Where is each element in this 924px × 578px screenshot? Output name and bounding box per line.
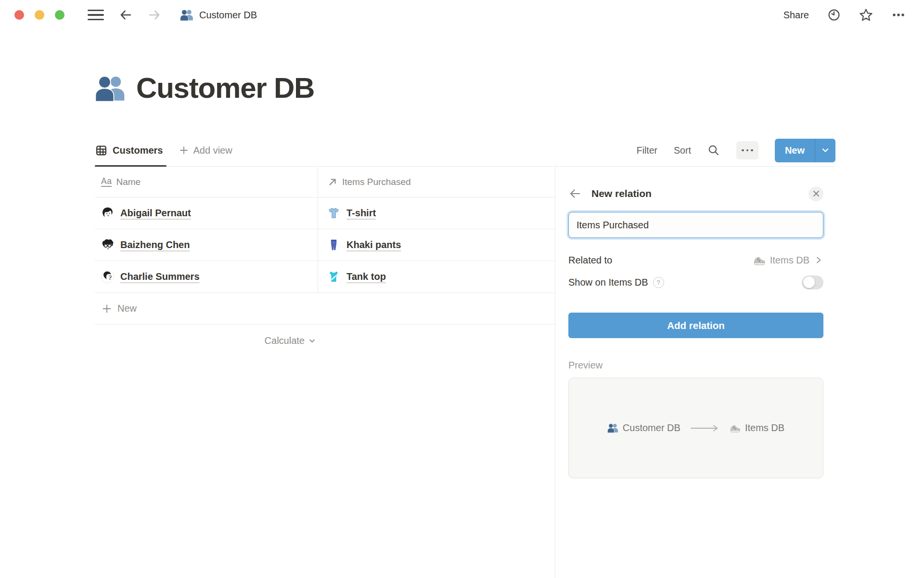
new-relation-panel: New relation Related to Items DB Show on… xyxy=(555,167,924,578)
view-toolbar: Customers Add view Filter Sort New xyxy=(95,134,835,167)
chevron-down-icon xyxy=(308,337,316,345)
tab-customers[interactable]: Customers xyxy=(95,134,167,166)
column-header-name[interactable]: Aa Name xyxy=(95,167,318,197)
table-row: Baizheng Chen Khaki pants xyxy=(95,229,555,261)
relation-name-input[interactable] xyxy=(568,212,823,238)
forward-icon[interactable] xyxy=(147,8,162,22)
new-button-label[interactable]: New xyxy=(775,139,815,162)
customer-name-link[interactable]: Baizheng Chen xyxy=(120,239,190,250)
column-label: Name xyxy=(116,177,141,187)
related-to-row: Related to Items DB xyxy=(568,249,823,271)
tank-top-icon xyxy=(327,270,340,283)
breadcrumb[interactable]: Customer DB xyxy=(180,8,257,22)
item-link[interactable]: Khaki pants xyxy=(346,239,401,250)
table-header-row: Aa Name Items Purchased xyxy=(95,167,555,197)
busts-icon xyxy=(95,73,126,104)
busts-icon xyxy=(180,8,193,22)
table-row: Charlie Summers Tank top xyxy=(95,261,555,293)
search-icon[interactable] xyxy=(707,144,720,157)
customer-name-link[interactable]: Charlie Summers xyxy=(120,271,200,282)
help-icon[interactable]: ? xyxy=(653,277,664,288)
view-options-ellipsis-icon[interactable] xyxy=(736,141,758,159)
star-icon[interactable] xyxy=(859,8,873,22)
close-button[interactable] xyxy=(808,186,823,201)
back-icon[interactable] xyxy=(568,187,582,200)
relation-preview: Customer DB Items DB xyxy=(568,378,823,478)
item-link[interactable]: Tank top xyxy=(346,271,386,282)
new-row-button[interactable]: New xyxy=(95,293,555,325)
page-title[interactable]: Customer DB xyxy=(136,71,314,105)
calculate-button[interactable]: Calculate xyxy=(95,325,318,356)
customer-name-link[interactable]: Abigail Pernaut xyxy=(120,208,191,219)
jeans-icon xyxy=(327,238,340,251)
table-view-icon xyxy=(95,144,107,157)
cell-name[interactable]: Baizheng Chen xyxy=(95,229,318,261)
cell-items-purchased[interactable]: T-shirt xyxy=(318,197,555,229)
avatar-person-profile xyxy=(101,270,114,283)
new-row-label: New xyxy=(117,303,137,314)
relation-arrow-icon xyxy=(327,177,338,187)
t-shirt-icon xyxy=(327,207,340,220)
busts-icon xyxy=(607,422,618,434)
tab-label: Customers xyxy=(113,145,163,156)
close-icon xyxy=(812,190,820,197)
cell-name[interactable]: Charlie Summers xyxy=(95,261,318,292)
new-dropdown-button[interactable] xyxy=(815,139,835,162)
chevron-down-icon xyxy=(821,145,830,155)
column-header-items-purchased[interactable]: Items Purchased xyxy=(318,167,555,197)
window-titlebar: Customer DB Share xyxy=(0,0,924,30)
sneaker-icon xyxy=(730,422,741,434)
avatar-woman-bob xyxy=(101,207,114,220)
traffic-light-zoom[interactable] xyxy=(55,10,64,20)
sidebar-toggle-icon[interactable] xyxy=(88,7,104,24)
related-to-label: Related to xyxy=(568,255,612,266)
traffic-light-minimize[interactable] xyxy=(35,10,44,20)
customers-table: Aa Name Items Purchased Abigail Pernaut xyxy=(95,167,555,356)
plus-icon xyxy=(179,145,189,155)
long-arrow-icon xyxy=(690,424,720,433)
cell-name[interactable]: Abigail Pernaut xyxy=(95,197,318,229)
clock-icon[interactable] xyxy=(827,8,841,22)
back-icon[interactable] xyxy=(118,8,133,22)
breadcrumb-title: Customer DB xyxy=(199,10,257,21)
table-row: Abigail Pernaut T-shirt xyxy=(95,197,555,229)
title-Aa-icon: Aa xyxy=(101,177,112,186)
add-relation-button[interactable]: Add relation xyxy=(568,313,823,338)
plus-icon xyxy=(102,303,112,314)
cell-items-purchased[interactable]: Tank top xyxy=(318,261,555,292)
preview-target: Items DB xyxy=(745,422,784,434)
add-view-label: Add view xyxy=(193,145,232,156)
show-on-label: Show on Items DB xyxy=(568,277,648,288)
calculate-label: Calculate xyxy=(265,335,305,346)
share-button[interactable]: Share xyxy=(783,10,809,21)
sneaker-icon xyxy=(753,254,766,266)
traffic-light-close[interactable] xyxy=(14,10,24,20)
preview-label: Preview xyxy=(568,360,823,371)
avatar-man-glasses xyxy=(101,238,114,251)
show-on-toggle[interactable] xyxy=(802,276,823,289)
filter-button[interactable]: Filter xyxy=(637,145,657,156)
related-to-select[interactable]: Items DB xyxy=(753,254,823,266)
preview-source: Customer DB xyxy=(623,422,680,434)
panel-title: New relation xyxy=(591,188,652,199)
add-view-button[interactable]: Add view xyxy=(179,145,232,156)
cell-items-purchased[interactable]: Khaki pants xyxy=(318,229,555,261)
ellipsis-icon[interactable] xyxy=(891,8,906,22)
related-to-value: Items DB xyxy=(770,255,809,266)
sort-button[interactable]: Sort xyxy=(674,145,691,156)
item-link[interactable]: T-shirt xyxy=(346,208,376,219)
new-button[interactable]: New xyxy=(775,139,835,162)
show-on-row: Show on Items DB ? xyxy=(568,271,823,293)
column-label: Items Purchased xyxy=(342,177,411,187)
chevron-right-icon xyxy=(814,255,823,265)
